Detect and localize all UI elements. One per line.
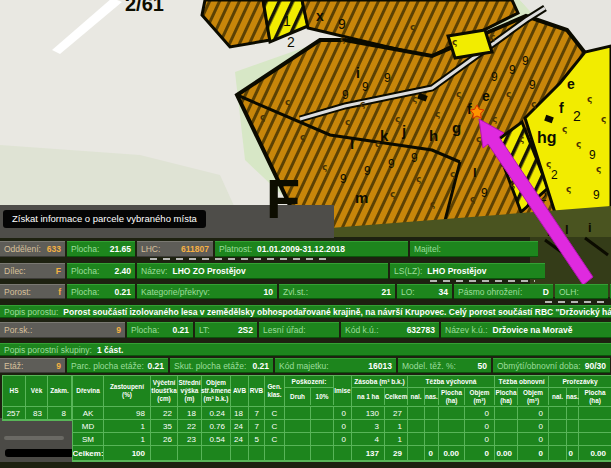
info-field-label: Majitel: — [414, 244, 441, 254]
table-header-cell: Druh — [285, 388, 311, 405]
info-field: LS(LZ):LHO Prostějov — [390, 263, 545, 279]
info-field: Oddělení:633 — [0, 241, 65, 257]
info-row: Oddělení:633Plocha:21.65LHC:611807Platno… — [0, 241, 538, 257]
info-field: Plocha:2.40 — [67, 263, 135, 279]
info-field-label: Lesní úřad: — [263, 325, 306, 335]
info-field-value: 632783 — [407, 325, 435, 335]
table-cell — [285, 433, 311, 446]
info-field-value: 21 — [382, 287, 391, 297]
table-cell: 0 — [334, 433, 352, 446]
info-row: Popis porostní skupiny:1 část. — [0, 343, 611, 356]
info-field-label: Parc. plocha etáže: — [71, 361, 144, 371]
table-cell: C — [265, 433, 285, 446]
info-field: Zvl.st.:21 — [279, 284, 395, 299]
table-cell — [425, 407, 439, 420]
table-cell: Celkem: — [73, 446, 104, 461]
info-field-label: Dílec: — [4, 266, 26, 276]
info-field-value: 1 část. — [97, 345, 123, 355]
table-cell: 0 — [465, 420, 495, 433]
info-field-label: Zvl.st.: — [283, 287, 308, 297]
table-cell — [549, 407, 567, 420]
info-field-label: Etáž: — [4, 361, 23, 371]
table-cell: 0.76 — [202, 420, 231, 433]
info-field-value: 2S2 — [238, 325, 253, 335]
info-field: Popis porostní skupiny:1 část. — [0, 343, 611, 356]
info-field-label: Por.sk.: — [4, 325, 32, 335]
table-header-cell: Zakm. — [48, 376, 72, 406]
table-cell: 26 — [151, 433, 178, 446]
table-cell: C — [265, 420, 285, 433]
info-field: Lesní úřad: — [259, 322, 339, 338]
table-header-cell: nas. — [567, 388, 579, 405]
table-header-group-title: Prořezávky — [549, 376, 611, 388]
table-header-cell: Dřevina — [73, 376, 104, 406]
table-cell: 0 — [465, 407, 495, 420]
info-field-value: 0.21 — [172, 325, 189, 335]
info-row: Por.sk.:9Plocha:0.21LT:2S2Lesní úřad:Kód… — [0, 322, 611, 338]
table-header-group-title: Zásoba (m³ b.k.) — [352, 376, 408, 388]
info-field-value: f — [58, 287, 61, 297]
table-cell — [495, 407, 518, 420]
info-field: Plocha:0.21 — [67, 284, 135, 299]
info-field-label: LT: — [199, 325, 210, 335]
table-header-group-title: Těžba obnovní — [495, 376, 549, 388]
info-field: Parc. plocha etáže:0.21 — [67, 358, 168, 373]
table-cell: 7 — [249, 407, 265, 420]
table-cell — [425, 420, 439, 433]
table-cell — [265, 446, 285, 461]
info-field-label: Plocha: — [71, 287, 99, 297]
info-field: Kategorie/překryv:10 — [137, 284, 277, 299]
table-header-cell: Celkem — [385, 388, 408, 405]
table-header-cell: HS — [3, 376, 26, 406]
table-row-total: Celkem:1001372900.0000.00000.00 — [73, 446, 611, 461]
info-field-value: D — [543, 287, 549, 297]
info-field-label: OLH: — [559, 287, 579, 297]
table-header-cell: na 1 ha — [352, 388, 385, 405]
table-cell — [285, 446, 311, 461]
table-cell: 1 — [385, 420, 408, 433]
info-field: Platnost:01.01.2009-31.12.2018 — [215, 241, 408, 257]
info-field-value: 21.65 — [110, 244, 131, 254]
info-field-value: LHO Prostějov — [427, 266, 486, 276]
table-cell: SM — [73, 433, 104, 446]
table-header-group: Těžba výchovnánal.nas.Plocha (ha)Objem (… — [408, 376, 495, 406]
table-cell — [151, 446, 178, 461]
table-header-group: Těžba obnovníPlocha (ha)Objem (m³) — [495, 376, 549, 406]
table-cell: 0.00 — [495, 446, 518, 461]
info-field: LO:34 — [397, 284, 452, 299]
table-header-cell: nal. — [549, 388, 567, 405]
table-cell — [567, 407, 579, 420]
info-field: Pásmo ohrožení:D — [454, 284, 553, 299]
table-cell — [439, 433, 465, 446]
info-field: Plocha:0.21 — [127, 322, 193, 338]
info-field: LT:2S2 — [195, 322, 257, 338]
info-field-value: 10 — [264, 287, 273, 297]
info-field-label: Oddělení: — [4, 244, 41, 254]
info-row: Popis porostu:Porost součástí izolovanéh… — [0, 305, 611, 318]
table-header-cell: Výčetní tloušťka (cm) — [151, 376, 178, 406]
info-field: Plocha:21.65 — [67, 241, 135, 257]
table-header-cell: nal. — [408, 388, 425, 405]
info-field-value: Porost součástí izolovaného lesa v zeměd… — [63, 307, 611, 317]
table-cell — [549, 446, 567, 461]
info-field: Kód k.ú.:632783 — [341, 322, 439, 338]
info-field-value: 9 — [56, 361, 61, 371]
table-cell — [495, 433, 518, 446]
table-cell: 1 — [104, 420, 151, 433]
table-cell: 0 — [567, 446, 579, 461]
info-field: Popis porostu:Porost součástí izolovanéh… — [0, 305, 611, 318]
info-field-label: LS(LZ): — [394, 266, 422, 276]
table-row: MD135220.76247C03100 — [73, 420, 611, 433]
table-cell: 0 — [518, 446, 549, 461]
table-header-cell: Imise — [334, 376, 352, 406]
info-field-value: 16013 — [368, 361, 392, 371]
table-header-cell: 10% — [311, 388, 334, 405]
info-field-value: F — [56, 266, 61, 276]
info-field-label: Porost: — [4, 287, 31, 297]
species-table: DřevinaZastoupení (%)Výčetní tloušťka (c… — [72, 375, 611, 462]
table-cell: 100 — [104, 446, 151, 461]
info-row: Porost:fPlocha:0.21Kategorie/překryv:10Z… — [0, 284, 611, 299]
table-header-group: Poškození:Druh10% — [285, 376, 334, 406]
table-cell: 130 — [352, 407, 385, 420]
info-field: Etáž:9 — [0, 358, 65, 373]
